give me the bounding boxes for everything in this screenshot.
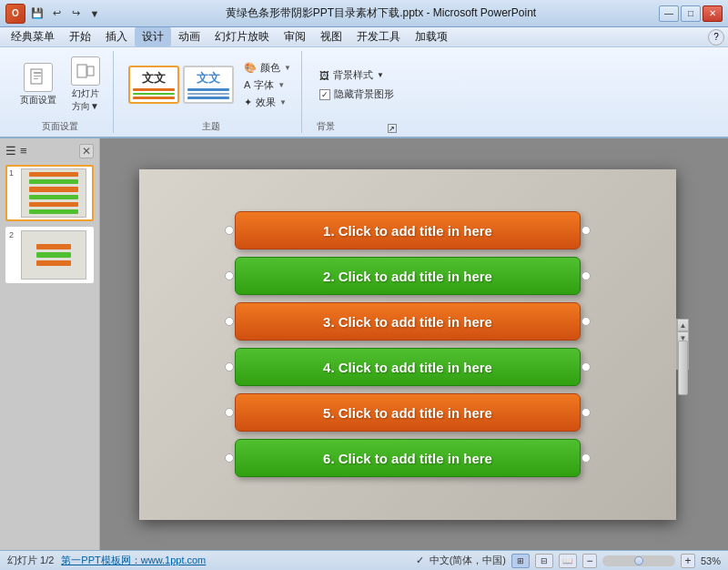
slide-direction-label: 幻灯片方向▼ [72,87,99,113]
theme-group-label: 主题 [202,120,220,133]
slide-thumb-2[interactable]: 2 [5,227,94,283]
panel-slides-icon[interactable]: ☰ [5,144,16,158]
title-button-3[interactable]: 3. Click to add title in here [235,302,581,341]
zoom-slider[interactable] [602,555,675,566]
bg-style-arrow: ▼ [377,71,384,79]
slide-count: 幻灯片 1/2 [7,554,54,567]
redo-quick-btn[interactable]: ↪ [67,5,84,22]
bg-group-label: 背景 [317,120,335,133]
status-bar: 幻灯片 1/2 第一PPT模板网：www.1ppt.com ✓ 中文(简体，中国… [0,550,728,570]
menu-animation[interactable]: 动画 [171,27,207,46]
slide-direction-icon [71,56,100,86]
menu-slideshow[interactable]: 幻灯片放映 [207,27,277,46]
hide-bg-option[interactable]: ✓ 隐藏背景图形 [317,87,397,102]
undo-quick-btn[interactable]: ↩ [48,5,65,22]
mini-bar-1f [29,209,78,214]
menu-bar: 经典菜单 开始 插入 设计 动画 幻灯片放映 审阅 视图 开发工具 加载项 ? [0,27,728,47]
bg-style-icon: 🖼 [319,70,329,81]
theme-text-2: 文文 [187,70,229,87]
color-option[interactable]: 🎨 颜色 ▼ [241,60,294,76]
close-button[interactable]: ✕ [703,5,723,22]
connector-left-2 [225,271,234,280]
spell-check-icon[interactable]: ✓ [416,555,424,566]
page-setup-button[interactable]: 页面设置 [15,59,62,110]
theme-line-2a [187,88,229,91]
color-arrow: ▼ [284,64,291,72]
effect-label: 效果 [256,96,276,109]
font-icon: A [244,79,250,90]
font-option[interactable]: A 字体 ▼ [241,77,294,93]
slide-panel: ☰ ≡ ✕ 1 2 [0,138,100,550]
theme-line-2b [187,93,229,96]
dropdown-quick-btn[interactable]: ▼ [86,5,103,22]
mini-bar-1b [29,179,78,184]
bg-group-footer: 背景 ↗ [317,118,397,133]
connector-right-3 [581,317,591,326]
title-label-3: 3. Click to add title in here [323,314,492,330]
theme-content: 文文 文文 🎨 [128,51,294,118]
slide-number-1: 1 [9,168,18,178]
scroll-thumb[interactable] [678,341,688,395]
title-button-4[interactable]: 4. Click to add title in here [235,348,581,386]
maximize-button[interactable]: □ [681,5,701,22]
help-icon[interactable]: ? [708,29,724,46]
window-title: 黄绿色条形带阴影PPT目录素材下载.pptx - Microsoft Power… [103,5,659,21]
connector-right-1 [581,226,591,235]
menu-addins[interactable]: 加载项 [408,27,455,46]
mini-bar-2a [36,244,71,249]
canvas-area: 1. Click to add title in here 2. Click t… [100,138,728,550]
panel-close-button[interactable]: ✕ [79,144,94,158]
menu-start[interactable]: 开始 [62,27,98,46]
zoom-out-button[interactable]: − [582,554,597,568]
menu-devtools[interactable]: 开发工具 [349,27,408,46]
slide-thumb-1[interactable]: 1 [5,165,94,221]
title-button-5[interactable]: 5. Click to add title in here [235,393,581,432]
scroll-up-button[interactable]: ▲ [677,319,689,331]
ribbon: 页面设置 幻灯片方向▼ 页面设置 [0,47,728,138]
svg-rect-3 [34,78,38,79]
theme-thumb-1[interactable]: 文文 [128,66,179,104]
main-area: ☰ ≡ ✕ 1 2 [0,138,728,550]
save-quick-btn[interactable]: 💾 [29,5,46,22]
effect-option[interactable]: ✦ 效果 ▼ [241,95,294,110]
mini-bar-1a [29,172,78,177]
zoom-in-button[interactable]: + [681,554,695,568]
theme-preview-1: 文文 [130,67,177,102]
title-button-1[interactable]: 1. Click to add title in here [235,211,581,249]
page-setup-label: 页面设置 [20,94,56,107]
view-slide-sorter-btn[interactable]: ⊟ [535,554,553,568]
title-button-6[interactable]: 6. Click to add title in here [235,439,581,477]
zoom-thumb[interactable] [634,556,643,565]
effect-arrow: ▼ [279,98,287,107]
website-link[interactable]: 第一PPT模板网：www.1ppt.com [61,554,206,567]
bg-style-option[interactable]: 🖼 背景样式 ▼ [317,67,397,83]
office-button[interactable]: O [5,4,25,24]
view-normal-btn[interactable]: ⊞ [511,554,530,568]
connector-left-3 [225,317,234,326]
connector-right-6 [581,453,591,463]
menu-design[interactable]: 设计 [135,27,171,46]
title-button-2[interactable]: 2. Click to add title in here [235,257,581,295]
slide-preview-2 [21,230,86,280]
theme-line-2c [187,97,229,99]
lang-indicator[interactable]: 中文(简体，中国) [430,554,506,567]
menu-insert[interactable]: 插入 [98,27,135,46]
hide-bg-checkbox[interactable]: ✓ [319,89,330,100]
panel-outline-icon[interactable]: ≡ [20,144,27,158]
menu-view[interactable]: 视图 [313,27,349,46]
bg-group-expander[interactable]: ↗ [388,124,397,133]
connector-right-5 [581,408,591,417]
menu-classic[interactable]: 经典菜单 [4,27,62,46]
view-reading-btn[interactable]: 📖 [559,554,577,568]
status-left: 幻灯片 1/2 第一PPT模板网：www.1ppt.com [7,554,409,567]
slide-direction-button[interactable]: 幻灯片方向▼ [66,53,106,117]
font-label: 字体 [254,78,274,92]
minimize-button[interactable]: — [659,5,679,22]
menu-review[interactable]: 审阅 [277,27,313,46]
mini-bar-1c [29,187,78,191]
hide-bg-label: 隐藏背景图形 [334,87,394,101]
page-setup-buttons: 页面设置 幻灯片方向▼ [15,51,106,118]
svg-rect-2 [34,76,41,76]
theme-thumb-2[interactable]: 文文 [183,66,234,104]
bg-style-label: 背景样式 [333,68,373,82]
